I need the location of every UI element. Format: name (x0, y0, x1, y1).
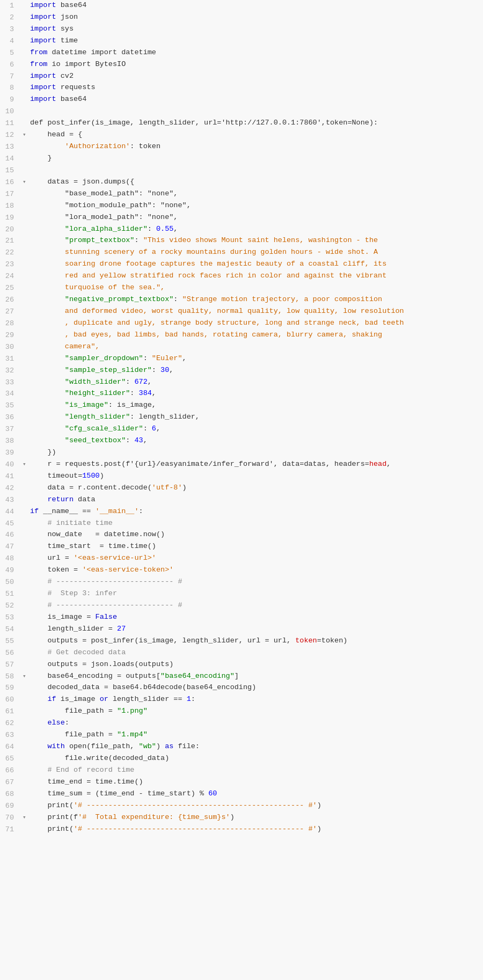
table-row: 71 print('# ----------------------------… (0, 824, 483, 836)
line-code: stunning scenery of a rocky mountains du… (30, 247, 483, 258)
table-row: 28 , duplicate and ugly, strange body st… (0, 318, 483, 330)
table-row: 50 # --------------------------- # (0, 576, 483, 588)
fold-arrow (23, 59, 30, 60)
line-number: 40 (0, 459, 23, 471)
line-code: r = requests.post(f'{url}/easyanimate/in… (30, 459, 483, 470)
fold-arrow (23, 588, 30, 589)
fold-arrow[interactable]: ▾ (23, 177, 30, 187)
fold-arrow (23, 365, 30, 366)
line-number: 30 (0, 341, 23, 353)
fold-arrow (23, 259, 30, 260)
line-code: "length_slider": length_slider, (30, 412, 483, 423)
line-code: "lora_alpha_slider": 0.55, (30, 224, 483, 235)
code-editor: 1import base642import json3import sys4im… (0, 0, 483, 980)
line-number: 4 (0, 35, 23, 47)
line-code: head = { (30, 129, 483, 141)
line-code: } (30, 153, 483, 164)
fold-arrow (23, 553, 30, 554)
line-number: 17 (0, 188, 23, 200)
table-row: 42 data = r.content.decode('utf-8') (0, 482, 483, 494)
fold-arrow (23, 0, 30, 1)
fold-arrow[interactable]: ▾ (23, 459, 30, 469)
fold-arrow (23, 294, 30, 295)
table-row: 48 url = '<eas-service-url>' (0, 553, 483, 565)
line-number: 68 (0, 788, 23, 800)
line-code: if __name__ == '__main__': (30, 506, 483, 517)
line-number: 26 (0, 294, 23, 306)
line-number: 28 (0, 318, 23, 330)
line-number: 38 (0, 435, 23, 447)
fold-arrow[interactable]: ▾ (23, 671, 30, 681)
line-number: 50 (0, 576, 23, 588)
line-code: # --------------------------- # (30, 600, 483, 611)
line-code: import json (30, 12, 483, 23)
line-code: print('# -------------------------------… (30, 824, 483, 835)
fold-arrow (23, 777, 30, 778)
line-number: 11 (0, 118, 23, 129)
line-code: def post_infer(is_image, length_slider, … (30, 118, 483, 129)
line-number: 52 (0, 600, 23, 612)
fold-arrow (23, 24, 30, 25)
table-row: 1import base64 (0, 0, 483, 12)
table-row: 22 stunning scenery of a rocky mountains… (0, 247, 483, 259)
line-code: import base64 (30, 0, 483, 11)
table-row: 5from datetime import datetime (0, 47, 483, 59)
line-code: outputs = post_infer(is_image, length_sl… (30, 635, 483, 647)
fold-arrow (23, 318, 30, 319)
table-row: 37 "cfg_scale_slider": 6, (0, 423, 483, 435)
table-row: 61 file_path = "1.png" (0, 706, 483, 718)
fold-arrow (23, 377, 30, 378)
line-code: import cv2 (30, 71, 483, 82)
fold-arrow (23, 753, 30, 754)
table-row: 7import cv2 (0, 71, 483, 83)
fold-arrow (23, 423, 30, 425)
line-number: 36 (0, 412, 23, 423)
line-number: 71 (0, 824, 23, 836)
line-number: 6 (0, 59, 23, 71)
table-row: 49 token = '<eas-service-token>' (0, 565, 483, 576)
fold-arrow (23, 224, 30, 225)
line-number: 69 (0, 800, 23, 812)
line-code: datas = json.dumps({ (30, 177, 483, 188)
table-row: 4import time (0, 35, 483, 47)
line-code: "base_model_path": "none", (30, 188, 483, 200)
table-row: 13 'Authorization': token (0, 141, 483, 153)
fold-arrow (23, 282, 30, 283)
line-code: print(f'# Total expenditure: {time_sum}s… (30, 812, 483, 823)
table-row: 67 time_end = time.time() (0, 777, 483, 788)
line-number: 29 (0, 330, 23, 341)
line-number: 58 (0, 671, 23, 683)
fold-arrow (23, 529, 30, 530)
table-row: 34 "height_slider": 384, (0, 388, 483, 400)
fold-arrow[interactable]: ▾ (23, 129, 30, 140)
line-code: }) (30, 447, 483, 458)
line-number: 22 (0, 247, 23, 259)
line-number: 64 (0, 741, 23, 753)
line-number: 42 (0, 482, 23, 494)
line-number: 45 (0, 518, 23, 530)
fold-arrow (23, 518, 30, 519)
fold-arrow (23, 447, 30, 448)
line-number: 10 (0, 106, 23, 118)
line-number: 70 (0, 812, 23, 824)
fold-arrow (23, 235, 30, 236)
fold-arrow (23, 682, 30, 683)
fold-arrow (23, 506, 30, 507)
line-number: 18 (0, 200, 23, 212)
line-number: 3 (0, 24, 23, 35)
line-number: 34 (0, 388, 23, 400)
line-code: time_end = time.time() (30, 777, 483, 788)
line-code: red and yellow stratified rock faces ric… (30, 270, 483, 282)
fold-arrow[interactable]: ▾ (23, 812, 30, 822)
table-row: 53 is_image = False (0, 612, 483, 624)
table-row: 44if __name__ == '__main__': (0, 506, 483, 518)
table-row: 31 "sampler_dropdown": "Euler", (0, 353, 483, 365)
fold-arrow (23, 153, 30, 154)
line-number: 13 (0, 141, 23, 153)
line-number: 1 (0, 0, 23, 12)
fold-arrow (23, 82, 30, 83)
line-code: "height_slider": 384, (30, 388, 483, 399)
table-row: 58▾ base64_encoding = outputs["base64_en… (0, 671, 483, 683)
table-row: 3import sys (0, 24, 483, 35)
table-row: 60 if is_image or length_slider == 1: (0, 694, 483, 706)
